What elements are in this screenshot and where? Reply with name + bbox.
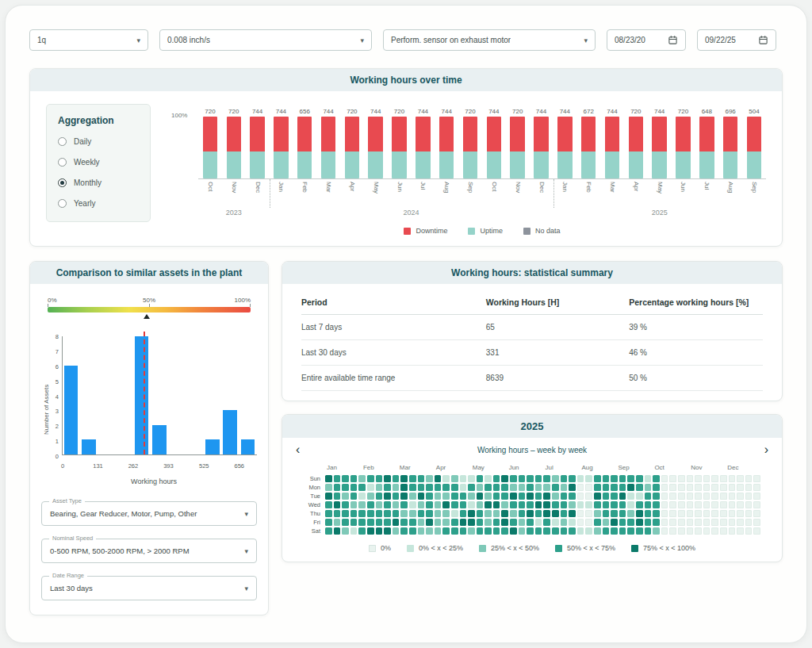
heatmap-cell[interactable] bbox=[695, 527, 702, 535]
heatmap-cell[interactable] bbox=[442, 493, 450, 500]
heatmap-cell[interactable] bbox=[729, 501, 736, 508]
heatmap-cell[interactable] bbox=[585, 519, 592, 526]
heatmap-cell[interactable] bbox=[678, 493, 685, 500]
heatmap-cell[interactable] bbox=[451, 475, 458, 482]
stacked-bar[interactable] bbox=[487, 117, 501, 178]
stacked-bar[interactable] bbox=[557, 117, 572, 178]
heatmap-cell[interactable] bbox=[350, 484, 358, 491]
heatmap-cell[interactable] bbox=[426, 527, 433, 535]
heatmap-cell[interactable] bbox=[561, 527, 568, 535]
heatmap-cell[interactable] bbox=[418, 510, 425, 517]
heatmap-cell[interactable] bbox=[661, 527, 668, 535]
heatmap-cell[interactable] bbox=[468, 493, 475, 500]
heatmap-cell[interactable] bbox=[569, 510, 576, 517]
stacked-bar[interactable] bbox=[345, 117, 359, 178]
stacked-bar[interactable] bbox=[699, 117, 714, 178]
heatmap-cell[interactable] bbox=[460, 484, 467, 491]
heatmap-cell[interactable] bbox=[501, 484, 508, 491]
heatmap-cell[interactable] bbox=[543, 501, 550, 508]
stacked-bar[interactable] bbox=[676, 117, 690, 178]
heatmap-cell[interactable] bbox=[334, 501, 341, 508]
heatmap-cell[interactable] bbox=[493, 519, 500, 526]
heatmap-cell[interactable] bbox=[669, 475, 676, 482]
heatmap-cell[interactable] bbox=[661, 510, 668, 517]
heatmap-cell[interactable] bbox=[400, 501, 408, 508]
heatmap-cell[interactable] bbox=[477, 484, 484, 491]
heatmap-cell[interactable] bbox=[627, 519, 634, 526]
heatmap-cell[interactable] bbox=[577, 527, 584, 535]
heatmap-cell[interactable] bbox=[687, 527, 694, 535]
heatmap-cell[interactable] bbox=[519, 527, 526, 535]
heatmap-cell[interactable] bbox=[334, 527, 341, 535]
heatmap-cell[interactable] bbox=[435, 519, 442, 526]
heatmap-cell[interactable] bbox=[376, 475, 383, 482]
heatmap-cell[interactable] bbox=[737, 527, 744, 535]
heatmap-cell[interactable] bbox=[543, 527, 550, 535]
heatmap-cell[interactable] bbox=[334, 519, 341, 526]
heatmap-cell[interactable] bbox=[678, 484, 685, 491]
heatmap-cell[interactable] bbox=[653, 510, 660, 517]
stacked-bar[interactable] bbox=[321, 117, 335, 178]
heatmap-cell[interactable] bbox=[435, 475, 442, 482]
heatmap-cell[interactable] bbox=[435, 510, 442, 517]
heatmap-cell[interactable] bbox=[594, 493, 601, 500]
stacked-bar[interactable] bbox=[534, 117, 548, 178]
heatmap-cell[interactable] bbox=[510, 484, 517, 491]
heatmap-cell[interactable] bbox=[619, 510, 626, 517]
heatmap-cell[interactable] bbox=[645, 501, 652, 508]
heatmap-cell[interactable] bbox=[535, 527, 542, 535]
heatmap-cell[interactable] bbox=[527, 519, 534, 526]
stacked-bar[interactable] bbox=[250, 117, 264, 178]
heatmap-cell[interactable] bbox=[477, 475, 484, 482]
heatmap-cell[interactable] bbox=[729, 510, 736, 517]
heatmap-cell[interactable] bbox=[409, 527, 416, 535]
heatmap-cell[interactable] bbox=[485, 519, 492, 526]
heatmap-cell[interactable] bbox=[442, 519, 450, 526]
heatmap-cell[interactable] bbox=[603, 519, 610, 526]
heatmap-cell[interactable] bbox=[426, 510, 433, 517]
heatmap-cell[interactable] bbox=[384, 475, 391, 482]
heatmap-cell[interactable] bbox=[619, 527, 626, 535]
heatmap-cell[interactable] bbox=[418, 527, 425, 535]
heatmap-cell[interactable] bbox=[603, 484, 610, 491]
heatmap-cell[interactable] bbox=[501, 475, 508, 482]
heatmap-cell[interactable] bbox=[753, 484, 760, 491]
heatmap-cell[interactable] bbox=[519, 475, 526, 482]
comparison-filter-asset-type[interactable]: Asset TypeBearing, Gear Reducer, Motor, … bbox=[41, 501, 257, 526]
heatmap-cell[interactable] bbox=[577, 484, 584, 491]
heatmap-cell[interactable] bbox=[342, 501, 349, 508]
heatmap-cell[interactable] bbox=[400, 475, 408, 482]
heatmap-cell[interactable] bbox=[561, 484, 568, 491]
heatmap-cell[interactable] bbox=[358, 475, 366, 482]
heatmap-cell[interactable] bbox=[543, 484, 550, 491]
heatmap-cell[interactable] bbox=[577, 510, 584, 517]
heatmap-cell[interactable] bbox=[325, 484, 332, 491]
heatmap-cell[interactable] bbox=[695, 519, 702, 526]
heatmap-cell[interactable] bbox=[585, 527, 592, 535]
heatmap-cell[interactable] bbox=[552, 519, 559, 526]
heatmap-cell[interactable] bbox=[493, 493, 500, 500]
heatmap-cell[interactable] bbox=[619, 501, 626, 508]
heatmap-cell[interactable] bbox=[519, 519, 526, 526]
heatmap-cell[interactable] bbox=[745, 527, 753, 535]
heatmap-cell[interactable] bbox=[569, 484, 576, 491]
heatmap-cell[interactable] bbox=[661, 484, 668, 491]
heatmap-cell[interactable] bbox=[619, 484, 626, 491]
heatmap-cell[interactable] bbox=[711, 484, 718, 491]
heatmap-cell[interactable] bbox=[737, 510, 744, 517]
heatmap-cell[interactable] bbox=[561, 493, 568, 500]
heatmap-cell[interactable] bbox=[342, 527, 349, 535]
heatmap-cell[interactable] bbox=[745, 475, 753, 482]
heatmap-cell[interactable] bbox=[409, 484, 416, 491]
heatmap-cell[interactable] bbox=[342, 519, 349, 526]
heatmap-cell[interactable] bbox=[627, 501, 634, 508]
heatmap-cell[interactable] bbox=[561, 510, 568, 517]
heatmap-cell[interactable] bbox=[376, 484, 383, 491]
heatmap-cell[interactable] bbox=[510, 501, 517, 508]
heatmap-cell[interactable] bbox=[519, 484, 526, 491]
heatmap-cell[interactable] bbox=[737, 484, 744, 491]
heatmap-cell[interactable] bbox=[585, 493, 592, 500]
heatmap-cell[interactable] bbox=[367, 475, 374, 482]
heatmap-cell[interactable] bbox=[451, 527, 458, 535]
heatmap-cell[interactable] bbox=[636, 527, 643, 535]
